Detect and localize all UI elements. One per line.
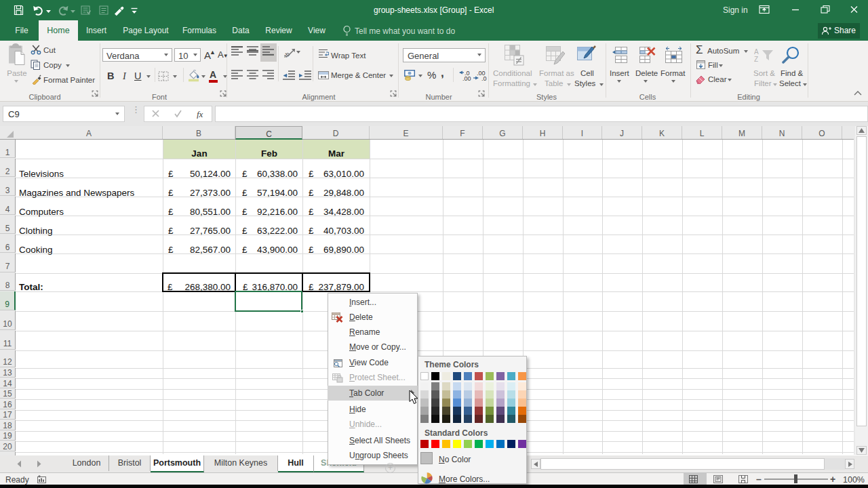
- svg-text:A: A: [754, 48, 759, 56]
- svg-text:.00: .00: [462, 75, 471, 81]
- svg-text:fx: fx: [197, 109, 203, 119]
- svg-text:Z: Z: [754, 56, 758, 62]
- svg-text:.0: .0: [481, 75, 487, 81]
